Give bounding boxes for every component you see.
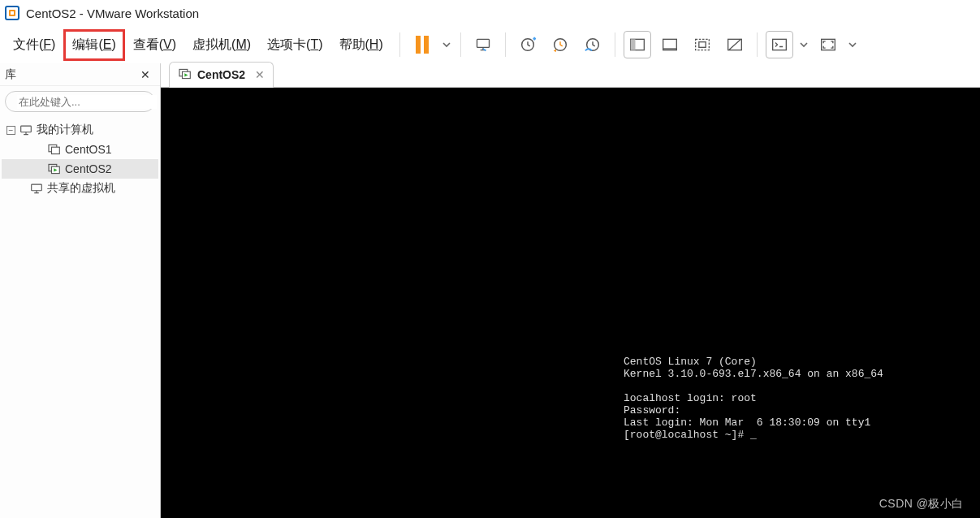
menu-vm[interactable]: 虚拟机(M) — [184, 32, 259, 58]
view-single-button[interactable] — [656, 31, 684, 58]
menu-view[interactable]: 查看(V) — [125, 32, 184, 58]
main-area: CentOS2 ✕ CentOS Linux 7 (Core) Kernel 3… — [161, 63, 980, 518]
separator — [757, 32, 758, 57]
collapse-toggle[interactable]: − — [6, 126, 15, 135]
svg-rect-21 — [32, 184, 42, 191]
tree-label: 共享的虚拟机 — [47, 181, 115, 196]
sidebar-header: 库 ✕ — [0, 63, 160, 86]
view-sidebar-button[interactable] — [624, 31, 651, 58]
titlebar: CentOS2 - VMware Workstation — [0, 0, 980, 26]
separator — [615, 32, 615, 57]
sidebar-search[interactable]: ▾ — [5, 91, 155, 112]
menu-help[interactable]: 帮助(H) — [331, 32, 391, 58]
single-layout-icon — [662, 37, 678, 52]
tree-label: 我的计算机 — [37, 123, 93, 137]
vm-on-icon — [47, 163, 62, 175]
vmware-icon — [5, 6, 19, 20]
tree-item-centos1[interactable]: CentOS1 — [2, 140, 158, 159]
tree-root-shared[interactable]: 共享的虚拟机 — [2, 179, 158, 198]
tree-root-my-computer[interactable]: − 我的计算机 — [2, 120, 158, 140]
shared-vm-icon — [29, 183, 44, 194]
view-unity-button[interactable] — [689, 31, 716, 58]
sidebar: 库 ✕ ▾ − 我的计算机 CentOS1 CentOS2 — [0, 63, 161, 518]
fullscreen-button[interactable] — [814, 31, 842, 58]
svg-rect-0 — [477, 39, 489, 47]
watermark: CSDN @极小白 — [879, 497, 964, 512]
unity-icon — [694, 37, 710, 52]
console-dropdown[interactable] — [798, 31, 809, 58]
toolbar-snapshots — [514, 31, 607, 58]
clock-revert-icon — [551, 36, 569, 54]
svg-rect-18 — [52, 147, 60, 153]
fullscreen-dropdown[interactable] — [847, 31, 858, 58]
pause-button[interactable] — [408, 31, 436, 58]
toolbar-views — [624, 31, 749, 58]
snapshot-take-button[interactable] — [514, 31, 542, 58]
send-ctrl-alt-del-button[interactable] — [469, 31, 497, 58]
svg-line-11 — [728, 39, 740, 50]
separator — [399, 32, 400, 57]
console-button[interactable] — [766, 31, 793, 58]
vm-off-icon — [47, 144, 62, 155]
menu-tabs[interactable]: 选项卡(T) — [259, 32, 330, 58]
monitor-icon — [474, 37, 492, 53]
svg-rect-16 — [21, 126, 32, 132]
snapshot-revert-button[interactable] — [546, 31, 574, 58]
svg-rect-5 — [630, 39, 635, 50]
sidebar-close-button[interactable]: ✕ — [136, 67, 155, 83]
vm-tree: − 我的计算机 CentOS1 CentOS2 共享的虚拟机 — [0, 117, 160, 201]
fullscreen-icon — [820, 37, 836, 52]
vm-on-icon — [178, 68, 192, 82]
tab-centos2[interactable]: CentOS2 ✕ — [169, 62, 274, 88]
clock-manage-icon — [584, 36, 602, 54]
menubar: 文件(F) 编辑(E) 查看(V) 虚拟机(M) 选项卡(T) 帮助(H) — [0, 26, 980, 63]
window-title: CentOS2 - VMware Workstation — [26, 6, 199, 20]
menu-edit[interactable]: 编辑(E) — [63, 29, 124, 61]
console-icon — [771, 37, 788, 52]
terminal-output: CentOS Linux 7 (Core) Kernel 3.10.0-693.… — [624, 356, 883, 441]
tab-close-button[interactable]: ✕ — [255, 68, 265, 81]
sidebar-title: 库 — [5, 67, 136, 82]
separator — [460, 32, 461, 57]
power-dropdown[interactable] — [441, 31, 452, 58]
toolbar-power — [408, 31, 452, 58]
svg-rect-12 — [772, 39, 786, 50]
view-thumbnail-button[interactable] — [721, 31, 749, 58]
vm-console[interactable]: CentOS Linux 7 (Core) Kernel 3.10.0-693.… — [161, 88, 980, 518]
sidebar-layout-icon — [629, 37, 645, 52]
toolbar-devices — [469, 31, 497, 58]
clock-plus-icon — [519, 36, 537, 54]
pause-icon — [416, 36, 429, 54]
thumbnail-off-icon — [727, 37, 743, 52]
tree-label: CentOS2 — [65, 162, 112, 175]
tree-item-centos2[interactable]: CentOS2 — [2, 159, 158, 179]
separator — [505, 32, 506, 57]
toolbar-fullscreen — [766, 31, 858, 58]
tree-label: CentOS1 — [65, 143, 112, 156]
computer-icon — [19, 124, 33, 136]
snapshot-manager-button[interactable] — [579, 31, 607, 58]
tab-label: CentOS2 — [197, 68, 245, 81]
search-input[interactable] — [17, 95, 157, 109]
menu-file[interactable]: 文件(F) — [5, 32, 63, 58]
svg-rect-9 — [699, 42, 706, 48]
tabstrip: CentOS2 ✕ — [161, 60, 980, 88]
svg-rect-8 — [695, 39, 709, 50]
